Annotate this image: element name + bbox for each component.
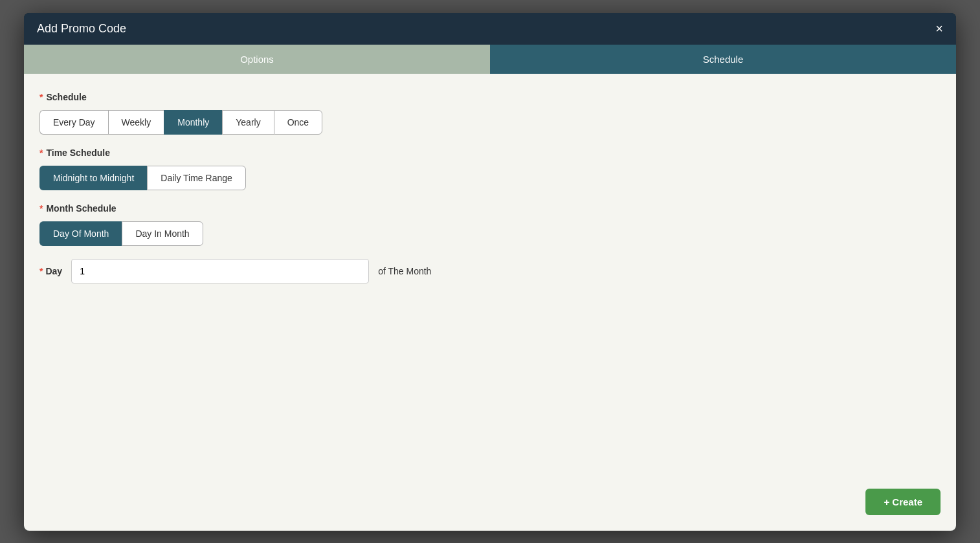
close-button[interactable]: × [935,22,943,35]
month-required-star: * [39,203,43,214]
time-required-star: * [39,148,43,158]
tab-options[interactable]: Options [24,45,490,74]
btn-every-day[interactable]: Every Day [39,110,108,135]
day-input[interactable] [71,259,369,283]
modal-body: * Schedule Every Day Weekly Monthly Year… [24,74,956,531]
month-schedule-section: * Month Schedule Day Of Month Day In Mon… [39,203,941,246]
btn-yearly[interactable]: Yearly [222,110,273,135]
of-month-text: of The Month [378,266,431,276]
month-btn-group: Day Of Month Day In Month [39,221,941,246]
btn-weekly[interactable]: Weekly [108,110,164,135]
day-field-label: * Day [39,266,62,276]
tab-schedule[interactable]: Schedule [490,45,956,74]
btn-day-of-month[interactable]: Day Of Month [39,221,122,246]
btn-once[interactable]: Once [274,110,322,135]
btn-monthly[interactable]: Monthly [164,110,222,135]
schedule-section: * Schedule Every Day Weekly Monthly Year… [39,92,941,135]
modal-title: Add Promo Code [37,22,126,36]
time-schedule-label: * Time Schedule [39,148,941,158]
tabs-row: Options Schedule [24,45,956,74]
day-row: * Day of The Month [39,259,941,283]
month-schedule-label: * Month Schedule [39,203,941,214]
schedule-btn-group: Every Day Weekly Monthly Yearly Once [39,110,941,135]
time-btn-group: Midnight to Midnight Daily Time Range [39,166,941,190]
btn-midnight[interactable]: Midnight to Midnight [39,166,147,190]
schedule-label: * Schedule [39,92,941,102]
btn-day-in-month[interactable]: Day In Month [122,221,203,246]
day-required-star: * [39,266,43,276]
modal-titlebar: Add Promo Code × [24,13,956,45]
create-button[interactable]: + Create [865,489,941,515]
modal: Add Promo Code × Options Schedule * Sche… [24,13,956,531]
btn-daily-range[interactable]: Daily Time Range [147,166,246,190]
time-schedule-section: * Time Schedule Midnight to Midnight Dai… [39,148,941,190]
schedule-required-star: * [39,92,43,102]
